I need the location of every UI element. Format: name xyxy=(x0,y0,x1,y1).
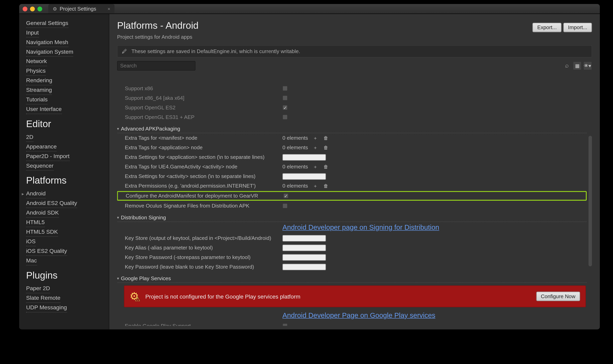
setting-label: Support x86 xyxy=(117,85,282,91)
section-title: Google Play Services xyxy=(121,275,587,281)
sidebar-item-general-settings[interactable]: General Settings xyxy=(26,18,68,28)
elements-count: 0 elements xyxy=(282,135,308,141)
grid-view-button[interactable]: ▦ xyxy=(573,62,582,70)
setting-label: Enable Google Play Support xyxy=(117,323,282,326)
section-title: Distribution Signing xyxy=(121,214,587,221)
sidebar-item-html5[interactable]: HTML5 xyxy=(26,218,45,227)
search-input[interactable] xyxy=(117,61,195,71)
setting-label: Extra Tags for UE4.GameActivity <activit… xyxy=(117,164,282,170)
checkbox[interactable] xyxy=(282,105,288,110)
setting-label: Key Password (leave blank to use Key Sto… xyxy=(117,264,282,270)
info-bar: 🖉 These settings are saved in DefaultEng… xyxy=(117,45,592,57)
checkbox[interactable] xyxy=(282,95,288,101)
text-input[interactable] xyxy=(282,235,326,241)
chevron-down-icon: ▾ xyxy=(117,127,119,131)
setting-label: Extra Settings for <application> section… xyxy=(117,154,282,160)
sidebar-item-ios[interactable]: iOS xyxy=(26,237,36,246)
search-icon[interactable]: ⌕ xyxy=(565,62,569,69)
setting-label: Remove Oculus Signature Files from Distr… xyxy=(117,203,282,209)
settings-area: Support x86Support x86_64 [aka x64]Suppo… xyxy=(117,84,592,326)
export-button[interactable]: Export... xyxy=(533,23,561,32)
setting-label: Support x86_64 [aka x64] xyxy=(117,95,282,101)
sidebar-item-2d[interactable]: 2D xyxy=(26,132,33,142)
sidebar-item-paper-2d[interactable]: Paper 2D xyxy=(26,284,50,293)
sidebar-item-sequencer[interactable]: Sequencer xyxy=(26,161,53,171)
text-input[interactable] xyxy=(282,154,326,160)
page-title: Platforms - Android xyxy=(117,20,532,32)
setting-label: Key Alias (-alias parameter to keytool) xyxy=(117,245,282,251)
section-header[interactable]: ▾Google Play Services xyxy=(117,273,587,283)
sidebar-item-html5-sdk[interactable]: HTML5 SDK xyxy=(26,227,58,237)
sidebar-item-tutorials[interactable]: Tutorials xyxy=(26,95,48,104)
sidebar-heading-platforms: Platforms xyxy=(26,175,103,186)
add-element-button[interactable]: ＋ xyxy=(312,135,319,141)
elements-count: 0 elements xyxy=(282,144,308,151)
delete-elements-button[interactable]: 🗑 xyxy=(323,183,329,189)
text-input[interactable] xyxy=(282,263,326,270)
window: ⚙ Project Settings × General SettingsInp… xyxy=(19,4,600,329)
sidebar-item-streaming[interactable]: Streaming xyxy=(26,85,52,95)
sidebar-item-appearance[interactable]: Appearance xyxy=(26,142,57,152)
maximize-window-button[interactable] xyxy=(37,6,42,11)
scroll-thumb[interactable] xyxy=(588,136,592,266)
checkbox[interactable] xyxy=(282,86,288,91)
sidebar-item-navigation-system[interactable]: Navigation System xyxy=(26,47,73,57)
sidebar-item-input[interactable]: Input xyxy=(26,28,39,38)
save-icon: 🖉 xyxy=(122,48,127,54)
sidebar-item-paper2d-import[interactable]: Paper2D - Import xyxy=(26,152,69,161)
search-row: ⌕ ▦ 👁▾ xyxy=(117,61,592,71)
setting-label: Extra Permissions (e.g. 'android.permiss… xyxy=(117,183,282,189)
add-element-button[interactable]: ＋ xyxy=(312,164,319,170)
section-header[interactable]: ▾Distribution Signing xyxy=(117,212,587,222)
close-window-button[interactable] xyxy=(23,6,27,11)
section-header[interactable]: ▾Advanced APKPackaging xyxy=(117,124,587,133)
text-input[interactable] xyxy=(282,244,326,251)
delete-elements-button[interactable]: 🗑 xyxy=(323,135,329,141)
text-input[interactable] xyxy=(282,173,326,180)
sidebar-item-android[interactable]: Android xyxy=(26,189,46,199)
setting-label: Configure the AndroidManifest for deploy… xyxy=(118,193,283,199)
eye-view-button[interactable]: 👁▾ xyxy=(583,62,592,70)
warning-box: ⚙⚠Project is not configured for the Goog… xyxy=(124,285,586,307)
sidebar-item-navigation-mesh[interactable]: Navigation Mesh xyxy=(26,38,68,47)
checkbox[interactable] xyxy=(283,193,289,198)
sidebar-item-network[interactable]: Network xyxy=(26,57,47,66)
doc-link[interactable]: Android Developer Page on Google Play se… xyxy=(117,310,587,321)
chevron-down-icon: ▾ xyxy=(117,215,119,220)
import-button[interactable]: Import... xyxy=(563,23,592,32)
delete-elements-button[interactable]: 🗑 xyxy=(323,144,329,151)
warning-icon: ⚠ xyxy=(135,296,141,302)
sidebar-item-physics[interactable]: Physics xyxy=(26,66,46,76)
sidebar-item-ios-es2-quality[interactable]: iOS ES2 Quality xyxy=(26,246,67,256)
configure-now-button[interactable]: Configure Now xyxy=(536,292,580,301)
warning-text: Project is not configured for the Google… xyxy=(145,293,530,300)
sidebar: General SettingsInputNavigation MeshNavi… xyxy=(19,14,109,329)
setting-label: Key Store (output of keytool, placed in … xyxy=(117,235,282,241)
delete-elements-button[interactable]: 🗑 xyxy=(323,164,329,170)
checkbox[interactable] xyxy=(282,115,288,120)
text-input[interactable] xyxy=(282,254,326,260)
sidebar-item-rendering[interactable]: Rendering xyxy=(26,76,52,85)
setting-label: Support OpenGL ES31 + AEP xyxy=(117,114,282,120)
sidebar-item-slate-remote[interactable]: Slate Remote xyxy=(26,293,61,303)
sidebar-item-user-interface[interactable]: User Interface xyxy=(26,104,62,114)
sidebar-item-mac[interactable]: Mac xyxy=(26,256,37,265)
add-element-button[interactable]: ＋ xyxy=(312,183,319,189)
sidebar-item-udp-messaging[interactable]: UDP Messaging xyxy=(26,303,67,312)
close-tab-button[interactable]: × xyxy=(108,6,110,11)
checkbox[interactable] xyxy=(282,203,288,208)
sidebar-heading-editor: Editor xyxy=(26,118,103,130)
minimize-window-button[interactable] xyxy=(30,6,35,11)
sidebar-item-android-sdk[interactable]: Android SDK xyxy=(26,208,59,218)
scrollbar[interactable] xyxy=(588,136,592,323)
setting-label: Support OpenGL ES2 xyxy=(117,104,282,111)
tab-title: Project Settings xyxy=(60,6,96,12)
gear-warn-icon: ⚙⚠ xyxy=(130,290,139,302)
doc-link[interactable]: Android Developer page on Signing for Di… xyxy=(117,222,587,233)
sidebar-item-android-es2-quality[interactable]: Android ES2 Quality xyxy=(26,198,77,208)
add-element-button[interactable]: ＋ xyxy=(312,144,319,151)
checkbox[interactable] xyxy=(282,323,288,326)
tab-project-settings[interactable]: ⚙ Project Settings × xyxy=(48,4,115,13)
header: Platforms - Android Project settings for… xyxy=(109,14,600,43)
setting-label: Key Store Password (-storepass parameter… xyxy=(117,254,282,260)
